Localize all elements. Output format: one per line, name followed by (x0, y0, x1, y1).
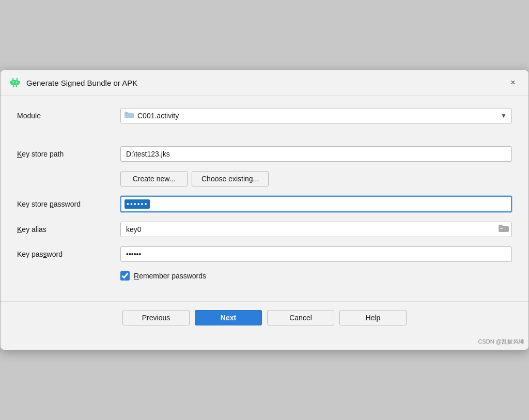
svg-rect-5 (13, 85, 14, 87)
svg-point-7 (13, 82, 14, 83)
svg-rect-3 (10, 81, 11, 84)
svg-point-0 (12, 78, 14, 81)
module-select-wrapper: C001.activity ▼ (120, 108, 512, 123)
key-alias-control (120, 222, 512, 237)
watermark: CSDN @乱披风锤 (1, 336, 528, 350)
module-row: Module C001.activity ▼ (17, 108, 512, 123)
next-button[interactable]: Next (195, 310, 262, 325)
create-new-button[interactable]: Create new... (120, 171, 188, 186)
key-store-path-input[interactable] (120, 146, 512, 162)
key-store-path-label: Key store path (17, 150, 120, 158)
key-store-path-row: Key store path (17, 146, 512, 162)
previous-button[interactable]: Previous (122, 310, 190, 325)
module-select[interactable]: C001.activity (120, 108, 512, 123)
key-alias-wrapper (120, 222, 512, 237)
help-button[interactable]: Help (339, 310, 407, 325)
svg-rect-4 (19, 81, 21, 84)
svg-rect-2 (11, 80, 19, 85)
key-store-password-label: Key store password (17, 200, 120, 208)
key-alias-input[interactable] (120, 222, 512, 237)
dialog: Generate Signed Bundle or APK × Module C… (0, 70, 529, 350)
svg-rect-6 (16, 85, 18, 87)
dialog-content: Module C001.activity ▼ Key store path (1, 96, 528, 301)
key-alias-label: Key alias (17, 225, 120, 234)
key-store-password-control: •••••• (120, 196, 512, 212)
key-store-password-row: Key store password •••••• (17, 196, 512, 212)
android-icon (9, 76, 21, 89)
dialog-footer: Previous Next Cancel Help (1, 301, 528, 336)
svg-rect-12 (499, 225, 503, 227)
title-bar-left: Generate Signed Bundle or APK (9, 76, 137, 89)
key-password-control (120, 246, 512, 262)
key-store-password-input[interactable] (120, 196, 512, 212)
cancel-button[interactable]: Cancel (267, 310, 334, 325)
key-store-path-control (120, 146, 512, 162)
key-password-row: Key password (17, 246, 512, 262)
key-password-input[interactable] (120, 246, 512, 262)
title-bar: Generate Signed Bundle or APK × (1, 70, 528, 96)
module-label: Module (17, 112, 120, 120)
close-button[interactable]: × (506, 75, 520, 90)
svg-point-1 (16, 78, 19, 81)
svg-point-8 (16, 82, 17, 83)
svg-rect-13 (500, 228, 503, 229)
keystore-action-buttons: Create new... Choose existing... (120, 171, 512, 186)
key-password-label: Key password (17, 250, 120, 258)
remember-passwords-checkbox[interactable] (120, 271, 130, 281)
key-alias-row: Key alias (17, 222, 512, 237)
dialog-title: Generate Signed Bundle or APK (26, 79, 137, 87)
svg-rect-11 (499, 226, 509, 232)
choose-existing-button[interactable]: Choose existing... (192, 171, 269, 186)
key-alias-browse-icon[interactable] (499, 224, 509, 235)
remember-passwords-label[interactable]: Remember passwords (134, 272, 206, 280)
remember-passwords-row: Remember passwords (120, 271, 512, 281)
